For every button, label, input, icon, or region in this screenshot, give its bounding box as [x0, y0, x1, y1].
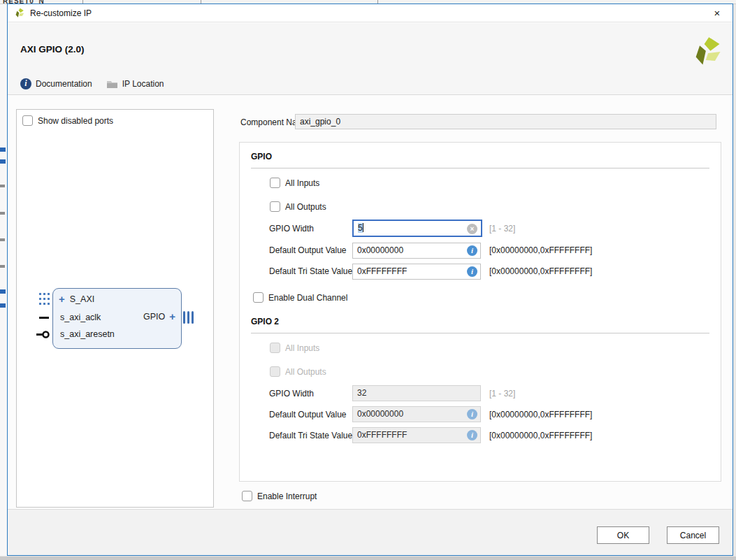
- gpio2-width-field: 32: [352, 385, 481, 401]
- ip-title: AXI GPIO (2.0): [20, 44, 85, 55]
- enable-dual-channel-label: Enable Dual Channel: [268, 293, 347, 303]
- xilinx-logo-icon: [14, 8, 25, 19]
- recustomize-ip-dialog: Re-customize IP × AXI GPIO (2.0) i Docum…: [7, 3, 733, 556]
- ip-block-diagram: + S_AXI s_axi_aclk s_axi_aresetn GPIO +: [52, 288, 182, 349]
- dialog-titlebar: Re-customize IP ×: [8, 4, 733, 22]
- gpio2-default-output-hint: [0x00000000,0xFFFFFFFF]: [489, 410, 592, 419]
- gpio1-all-inputs-checkbox[interactable]: [270, 178, 280, 188]
- gpio1-all-outputs-checkbox[interactable]: [270, 201, 280, 212]
- gpio-section-title: GPIO: [251, 152, 272, 161]
- s-axi-expand-icon[interactable]: +: [59, 294, 65, 304]
- gpio1-default-output-value: 0x00000000: [357, 245, 403, 255]
- background-app-sliver-bottom: [0, 556, 736, 560]
- gpio1-all-outputs-label: All Outputs: [285, 202, 326, 212]
- info-icon: i: [467, 245, 477, 256]
- gpio1-width-hint: [1 - 32]: [489, 224, 515, 234]
- enable-dual-channel-checkbox[interactable]: [253, 292, 264, 303]
- gpio2-default-tri-hint: [0x00000000,0xFFFFFFFF]: [489, 431, 592, 440]
- gpio1-default-output-label: Default Output Value: [269, 245, 347, 255]
- component-name-field[interactable]: [295, 114, 716, 129]
- gpio2-all-outputs-row: All Outputs: [270, 366, 326, 377]
- ports-preview-panel: Show disabled ports + S_AXI s_axi_aclk s…: [16, 109, 214, 508]
- reset-port-label: s_axi_aresetn: [60, 329, 115, 339]
- gpio2-all-inputs-row: All Inputs: [270, 343, 319, 353]
- reset-port-icon: [36, 331, 50, 338]
- close-icon[interactable]: ×: [710, 6, 724, 20]
- gpio-section-rule: [251, 168, 709, 168]
- gpio2-default-output-value: 0x00000000: [357, 409, 403, 419]
- dialog-footer: OK Cancel: [8, 509, 733, 555]
- gpio2-width-value: 32: [357, 388, 366, 398]
- clock-port-label: s_axi_aclk: [60, 313, 101, 322]
- clock-port-icon: [39, 317, 49, 319]
- axi-interface-port-icon: [39, 293, 50, 305]
- folder-icon: [106, 80, 118, 89]
- gpio1-width-field[interactable]: 5 ×: [352, 220, 482, 237]
- gpio-interface-pins-icon: [183, 311, 194, 324]
- background-app-sliver-left: [0, 4, 7, 556]
- gpio1-default-tri-value: 0xFFFFFFFF: [357, 266, 407, 276]
- ip-location-button[interactable]: IP Location: [106, 79, 164, 89]
- gpio1-width-label: GPIO Width: [269, 224, 314, 234]
- enable-dual-channel-row: Enable Dual Channel: [253, 292, 347, 303]
- gpio2-default-tri-field: 0xFFFFFFFF i: [352, 427, 481, 443]
- documentation-label: Documentation: [36, 79, 92, 89]
- gpio1-default-tri-label: Default Tri State Value: [269, 266, 352, 276]
- ok-button[interactable]: OK: [597, 526, 649, 544]
- xilinx-logo: [692, 36, 723, 69]
- show-disabled-ports-label: Show disabled ports: [38, 116, 113, 126]
- gpio2-default-output-label: Default Output Value: [269, 410, 347, 419]
- gpio2-width-label: GPIO Width: [269, 389, 314, 399]
- gpio1-default-output-hint: [0x00000000,0xFFFFFFFF]: [489, 245, 592, 255]
- config-groupbox: GPIO All Inputs All Outputs GPIO Width 5…: [239, 142, 721, 482]
- gpio2-default-output-field: 0x00000000 i: [352, 406, 481, 422]
- documentation-info-icon: i: [20, 78, 31, 89]
- show-disabled-ports-checkbox[interactable]: [22, 115, 33, 126]
- header-toolbar: i Documentation IP Location: [20, 77, 164, 91]
- gpio2-default-tri-label: Default Tri State Value: [269, 431, 352, 440]
- enable-interrupt-label: Enable Interrupt: [257, 491, 317, 501]
- gpio-interface-label: GPIO: [143, 312, 165, 322]
- s-axi-port-label: S_AXI: [70, 294, 94, 304]
- gpio1-all-outputs-row: All Outputs: [270, 201, 326, 212]
- show-disabled-ports-row: Show disabled ports: [22, 115, 113, 126]
- cancel-button[interactable]: Cancel: [667, 526, 719, 544]
- gpio2-all-inputs-checkbox: [270, 343, 280, 353]
- info-icon: i: [467, 430, 477, 440]
- gpio2-all-outputs-label: All Outputs: [285, 367, 326, 377]
- enable-interrupt-row: Enable Interrupt: [242, 491, 317, 501]
- gpio1-default-tri-hint: [0x00000000,0xFFFFFFFF]: [489, 266, 592, 276]
- background-app-sliver-right: [733, 4, 736, 556]
- dialog-header: AXI GPIO (2.0) i Documentation IP Locati…: [8, 23, 733, 95]
- gpio1-all-inputs-label: All Inputs: [285, 178, 319, 188]
- gpio2-section-rule: [251, 333, 709, 333]
- gpio2-default-tri-value: 0xFFFFFFFF: [357, 430, 407, 440]
- info-icon: i: [467, 409, 477, 419]
- gpio2-all-inputs-label: All Inputs: [285, 343, 319, 353]
- gpio1-all-inputs-row: All Inputs: [270, 178, 319, 188]
- documentation-button[interactable]: i Documentation: [20, 78, 92, 89]
- enable-interrupt-checkbox[interactable]: [242, 491, 252, 501]
- clear-field-icon[interactable]: ×: [467, 224, 477, 234]
- dialog-title: Re-customize IP: [30, 8, 92, 18]
- info-icon: i: [467, 266, 477, 277]
- gpio2-width-hint: [1 - 32]: [489, 389, 515, 399]
- ip-location-label: IP Location: [122, 79, 164, 89]
- gpio2-all-outputs-checkbox: [270, 366, 280, 377]
- gpio1-default-output-field[interactable]: 0x00000000 i: [352, 243, 481, 259]
- text-caret: [363, 223, 363, 232]
- gpio-expand-icon[interactable]: +: [169, 312, 175, 322]
- gpio2-section-title: GPIO 2: [251, 317, 279, 326]
- gpio1-width-value: 5: [358, 223, 363, 233]
- gpio1-default-tri-field[interactable]: 0xFFFFFFFF i: [352, 264, 481, 280]
